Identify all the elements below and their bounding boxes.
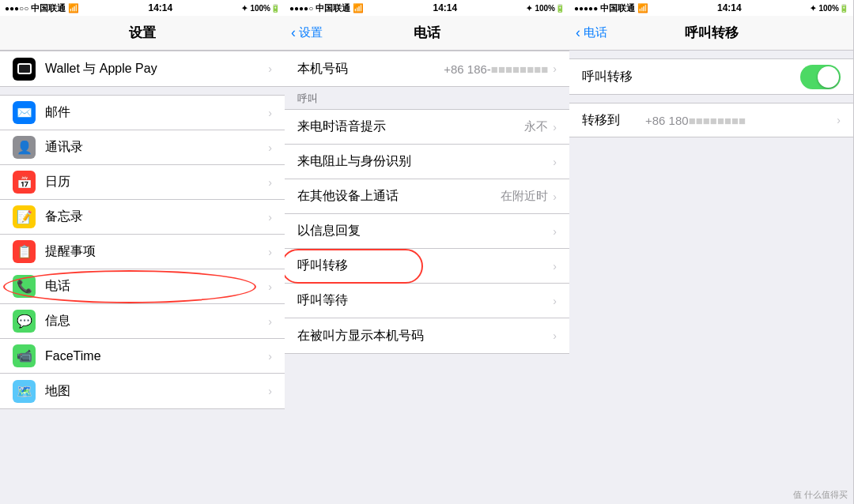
status-left-3: ●●●●● 中国联通 📶 (574, 2, 648, 14)
my-number-chevron: › (553, 62, 557, 75)
settings-item-show-number[interactable]: 在被叫方显示本机号码 › (285, 318, 569, 353)
settings-item-call-forward[interactable]: 呼叫转移 › (285, 249, 569, 284)
forward-to-row[interactable]: 转移到 +86 180■■■■■■■■ › (569, 103, 853, 137)
signal-2: ●●●●○ (289, 4, 313, 13)
block-caller-chevron: › (553, 156, 557, 168)
messages-chevron: › (268, 315, 272, 328)
calendar-label: 日历 (45, 174, 268, 190)
group-forward-to: 转移到 +86 180■■■■■■■■ › (569, 103, 853, 137)
settings-item-contacts[interactable]: 👤 通讯录 › (0, 130, 285, 165)
mail-icon: ✉️ (13, 101, 36, 124)
maps-icon: 🗺️ (13, 380, 36, 403)
nav-bar-3: ‹ 电话 呼叫转移 (569, 16, 853, 51)
mail-chevron: › (268, 107, 272, 119)
status-bar-3: ●●●●● 中国联通 📶 14:14 ✦ 100%🔋 (569, 0, 853, 16)
reply-message-label: 以信息回复 (297, 223, 553, 239)
my-number-value: +86 186-■■■■■■■■ (444, 62, 548, 76)
bluetooth-3: ✦ (810, 4, 816, 13)
messages-label: 信息 (45, 313, 268, 329)
group-forward-toggle: 呼叫转移 (569, 58, 853, 95)
reminders-chevron: › (268, 246, 272, 258)
status-right-2: ✦ 100%🔋 (526, 4, 565, 13)
wallet-list: Wallet 与 Apple Pay › (0, 51, 285, 87)
forward-toggle-switch[interactable] (800, 65, 841, 89)
calendar-icon: 📅 (13, 171, 36, 194)
settings-item-calendar[interactable]: 📅 日历 › (0, 165, 285, 200)
nav-bar-1: 设置 (0, 16, 285, 51)
bluetooth-2: ✦ (526, 4, 532, 13)
reply-message-chevron: › (553, 225, 557, 238)
wallet-label: Wallet 与 Apple Pay (45, 61, 268, 77)
maps-label: 地图 (45, 383, 268, 400)
phone-icon: 📞 (13, 275, 36, 298)
other-devices-chevron: › (553, 190, 557, 203)
back-chevron-2: ‹ (291, 24, 296, 41)
settings-item-other-devices[interactable]: 在其他设备上通话 在附近时 › (285, 179, 569, 214)
phone-chevron: › (268, 280, 272, 293)
settings-item-call-waiting[interactable]: 呼叫等待 › (285, 284, 569, 318)
notes-icon: 📝 (13, 205, 36, 228)
settings-item-wallet[interactable]: Wallet 与 Apple Pay › (0, 51, 285, 86)
mail-label: 邮件 (45, 104, 268, 121)
back-to-phone[interactable]: ‹ 电话 (576, 24, 607, 41)
my-number-label: 本机号码 (297, 61, 444, 77)
contacts-chevron: › (268, 141, 272, 154)
settings-item-reminders[interactable]: 📋 提醒事项 › (0, 235, 285, 269)
content-1: Wallet 与 Apple Pay › ✉️ 邮件 › 👤 通讯录 (0, 51, 285, 504)
settings-item-my-number[interactable]: 本机号码 +86 186-■■■■■■■■ › (285, 51, 569, 86)
facetime-icon: 📹 (13, 344, 36, 367)
status-bar-1: ●●●○○ 中国联通 📶 14:14 ✦ 100%🔋 (0, 0, 285, 16)
nav-title-2: 电话 (414, 24, 440, 42)
group-my-number: 本机号码 +86 186-■■■■■■■■ › (285, 51, 569, 87)
bluetooth-1: ✦ (241, 4, 248, 13)
settings-item-block-caller[interactable]: 来电阻止与身份识别 › (285, 145, 569, 179)
settings-item-maps[interactable]: 🗺️ 地图 › (0, 374, 285, 408)
battery-2: 100%🔋 (535, 4, 565, 13)
time-3: 14:14 (717, 2, 742, 13)
settings-item-phone[interactable]: 📞 电话 › (0, 269, 285, 304)
facetime-label: FaceTime (45, 349, 268, 363)
calendar-chevron: › (268, 176, 272, 189)
call-section-label: 呼叫 (285, 87, 569, 109)
toggle-thumb (818, 66, 839, 88)
battery-3: 100%🔋 (818, 4, 848, 13)
back-label-3: 电话 (584, 25, 607, 40)
my-number-list: 本机号码 +86 186-■■■■■■■■ › (285, 51, 569, 87)
block-caller-label: 来电阻止与身份识别 (297, 153, 553, 170)
carrier-1: 中国联通 (31, 2, 66, 14)
notes-label: 备忘录 (45, 209, 268, 225)
forward-toggle-list: 呼叫转移 (569, 58, 853, 95)
signal-3: ●●●●● (574, 4, 598, 13)
settings-item-messages[interactable]: 💬 信息 › (0, 304, 285, 339)
nav-bar-2: ‹ 设置 电话 (285, 16, 569, 51)
notes-chevron: › (268, 211, 272, 224)
group-wallet: Wallet 与 Apple Pay › (0, 51, 285, 87)
battery-1: 100%🔋 (250, 4, 280, 13)
settings-item-forward-toggle[interactable]: 呼叫转移 (569, 59, 853, 94)
voice-prompt-value: 永不 (524, 119, 548, 134)
settings-item-facetime[interactable]: 📹 FaceTime › (0, 339, 285, 374)
time-1: 14:14 (148, 2, 172, 13)
content-2: 本机号码 +86 186-■■■■■■■■ › 呼叫 来电时语音提示 永不 › (285, 51, 569, 504)
apps-list: ✉️ 邮件 › 👤 通讯录 › 📅 日历 › (0, 95, 285, 409)
panel-call-forward: ●●●●● 中国联通 📶 14:14 ✦ 100%🔋 ‹ 电话 呼叫转移 (569, 0, 854, 504)
other-devices-value: 在附近时 (501, 189, 548, 204)
settings-item-reply-message[interactable]: 以信息回复 › (285, 214, 569, 249)
time-2: 14:14 (433, 2, 457, 13)
settings-item-mail[interactable]: ✉️ 邮件 › (0, 96, 285, 130)
nav-title-3: 呼叫转移 (685, 24, 739, 42)
contacts-label: 通讯录 (45, 139, 268, 156)
status-bar-2: ●●●●○ 中国联通 📶 14:14 ✦ 100%🔋 (285, 0, 569, 16)
call-list: 来电时语音提示 永不 › 来电阻止与身份识别 › 在其他设备上通话 在附近时 › (285, 109, 569, 354)
nav-title-1: 设置 (129, 24, 156, 42)
contacts-icon: 👤 (13, 136, 36, 159)
settings-item-notes[interactable]: 📝 备忘录 › (0, 200, 285, 235)
settings-item-voice-prompt[interactable]: 来电时语音提示 永不 › (285, 110, 569, 145)
wallet-icon-inner (17, 63, 32, 74)
wallet-icon (13, 58, 36, 81)
back-to-settings[interactable]: ‹ 设置 (291, 24, 323, 41)
status-right-1: ✦ 100%🔋 (241, 4, 280, 13)
wifi-3: 📶 (637, 3, 648, 13)
group-call: 来电时语音提示 永不 › 来电阻止与身份识别 › 在其他设备上通话 在附近时 › (285, 109, 569, 354)
reminders-label: 提醒事项 (45, 243, 268, 260)
